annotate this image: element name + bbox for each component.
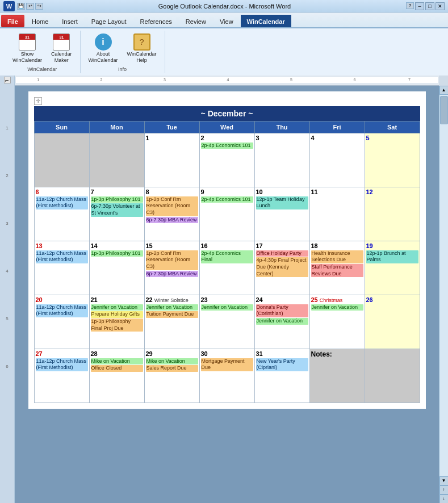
calendar-event: 1p-2p Conf Rm Reservation (Room C3) [146, 250, 198, 270]
ribbon-group-wincalendar: 31 ShowWinCalendar 31 CalendarMaker WinC… [5, 31, 81, 73]
day-number: 30 [201, 350, 253, 357]
tab-review[interactable]: Review [179, 15, 212, 27]
ruler-corner: ⌐ [0, 76, 15, 86]
tab-view[interactable]: View [213, 15, 240, 27]
scroll-pagedown-btn[interactable]: ↓ [439, 494, 449, 503]
calendar-cell: 23Jennifer on Vacation [199, 295, 254, 349]
calendar-event: Tuition Payment Due [146, 311, 198, 318]
undo-icon[interactable]: ↩ [26, 3, 34, 10]
ruler-row: ⌐ 1 2 3 4 5 6 7 [0, 76, 448, 86]
minimize-btn[interactable]: – [415, 2, 424, 10]
day-number: 12 [366, 188, 418, 195]
day-number: 7 [91, 188, 143, 195]
calendar-event: 1p-3p Philosophy 101 [91, 196, 143, 203]
calendar-event: Jennifer on Vacation [201, 304, 253, 311]
scroll-up-btn[interactable]: ▲ [439, 86, 449, 95]
calendar-maker-icon: 31 [52, 33, 70, 51]
calendar-table: Sun Mon Tue Wed Thu Fri Sat 122p-4p Econ… [34, 121, 420, 403]
day-number: 21 [91, 296, 143, 303]
calendar-cell: 21Jennifer on VacationPrepare Holiday Gi… [89, 295, 144, 349]
calendar-event: New Year's Party (Cipriani) [256, 358, 308, 371]
calendar-event: 1p-2p Conf Rm Reservation (Room C3) [146, 196, 198, 216]
calendar-event: 12p-1p Brunch at Palms [366, 250, 418, 263]
calendar-event: 2p-4p Economics Final [201, 250, 253, 263]
tab-insert[interactable]: Insert [56, 15, 84, 27]
redo-icon[interactable]: ↪ [35, 3, 43, 10]
calendar-event: 11a-12p Church Mass (First Methodist) [36, 304, 88, 317]
main-area: 1 2 3 4 5 6 ✛ ~ December ~ Sun Mon Tue [0, 86, 448, 503]
calendar-event: 1p-3p Philosophy Final Proj Due [91, 318, 143, 332]
day-number: 5 [366, 135, 418, 141]
scroll-pageup-btn[interactable]: ↑ [439, 485, 449, 494]
title-bar: W 💾 ↩ ↪ Google Outlook Calendar.docx - M… [0, 0, 448, 12]
day-number: 11 [311, 188, 363, 195]
day-number: 15 [146, 242, 198, 249]
day-number: 16 [201, 242, 253, 249]
day-number: 31 [256, 350, 308, 357]
about-wincalendar-button[interactable]: i AboutWinCalendar [85, 32, 122, 65]
day-number: 25 Christmas [311, 296, 363, 303]
about-icon: i [94, 33, 112, 51]
header-sun: Sun [34, 121, 89, 133]
tab-home[interactable]: Home [26, 15, 55, 27]
window-title: Google Outlook Calendar.docx - Microsoft… [43, 3, 406, 10]
tab-file[interactable]: File [1, 15, 24, 27]
calendar-event: Mike on Vacation [146, 358, 198, 365]
day-number: 28 [91, 350, 143, 357]
scroll-thumb[interactable] [440, 96, 448, 124]
calendar-cell: 1912p-1p Brunch at Palms [365, 241, 420, 295]
title-bar-left: W 💾 ↩ ↪ [3, 1, 43, 11]
header-wed: Wed [199, 121, 254, 133]
ruler: 1 2 3 4 5 6 7 [15, 76, 439, 86]
day-number: 2 [201, 135, 253, 141]
wincalendar-help-button[interactable]: ? WinCalendarHelp [124, 32, 160, 65]
calendar-cell: 12 [365, 187, 420, 241]
calendar-cell: 4 [309, 133, 365, 187]
scrollbar-vertical[interactable]: ▲ ▼ ↑ ↓ [439, 86, 448, 503]
calendar-cell: 3 [254, 133, 309, 187]
calendar-event: 12p-1p Team Holiday Lunch [256, 196, 308, 209]
tab-references[interactable]: References [134, 15, 178, 27]
calendar-event: Staff Performance Reviews Due [311, 264, 363, 277]
page-area: ✛ ~ December ~ Sun Mon Tue Wed Thu Fri S… [15, 86, 439, 503]
calendar-cell: 17Office Holiday Party4p-4:30p Final Pro… [254, 241, 309, 295]
header-mon: Mon [89, 121, 144, 133]
day-number: 1 [146, 135, 198, 141]
calendar-cell: 28Mike on VacationOffice Closed [89, 349, 144, 403]
calendar-event: Health Insurance Selections Due [311, 250, 363, 263]
day-number: 20 [36, 296, 88, 303]
calendar-cell: 24Donna's Party (Corinthian)Jennifer on … [254, 295, 309, 349]
close-btn[interactable]: ✕ [436, 2, 445, 10]
help-btn[interactable]: ? [406, 2, 414, 9]
calendar-event: Mike on Vacation [91, 358, 143, 365]
calendar-cell: 81p-2p Conf Rm Reservation (Room C3)6p-7… [144, 187, 199, 241]
calendar-event: Mortgage Payment Due [201, 358, 253, 371]
ruler-toggle[interactable]: ⌐ [4, 77, 11, 83]
calendar-maker-label: CalendarMaker [51, 51, 72, 64]
scroll-track[interactable] [439, 95, 448, 476]
calendar-cell: 92p-4p Economics 101 [199, 187, 254, 241]
day-number: 18 [311, 242, 363, 249]
calendar-maker-button[interactable]: 31 CalendarMaker [48, 32, 76, 65]
anchor-icon: ✛ [34, 97, 42, 105]
ribbon-tabs: File Home Insert Page Layout References … [0, 12, 448, 27]
info-group-label: Info [118, 66, 127, 72]
scroll-down-btn[interactable]: ▼ [439, 476, 449, 485]
tab-wincalendar[interactable]: WinCalendar [241, 15, 291, 27]
tab-page-layout[interactable]: Page Layout [85, 15, 133, 27]
calendar-cell: 2011a-12p Church Mass (First Methodist) [34, 295, 89, 349]
calendar-cell: 71p-3p Philosophy 1016p-7:30p Volunteer … [89, 187, 144, 241]
day-number: 23 [201, 296, 253, 303]
maximize-btn[interactable]: □ [425, 2, 434, 10]
day-number: 17 [256, 242, 308, 249]
quick-save-icon[interactable]: 💾 [17, 3, 25, 10]
calendar-event: 2p-4p Economics 101 [201, 142, 253, 149]
day-number: 26 [366, 296, 418, 303]
calendar-event: Office Holiday Party [256, 250, 308, 257]
calendar-event: 11a-12p Church Mass (First Methodist) [36, 196, 88, 209]
calendar-event: 2p-4p Economics 101 [201, 196, 253, 203]
calendar-cell: 22 Winter SolsticeJennifer on VacationTu… [144, 295, 199, 349]
about-label: AboutWinCalendar [89, 51, 118, 64]
show-wincalendar-button[interactable]: 31 ShowWinCalendar [9, 32, 45, 65]
calendar-cell: 611a-12p Church Mass (First Methodist) [34, 187, 89, 241]
